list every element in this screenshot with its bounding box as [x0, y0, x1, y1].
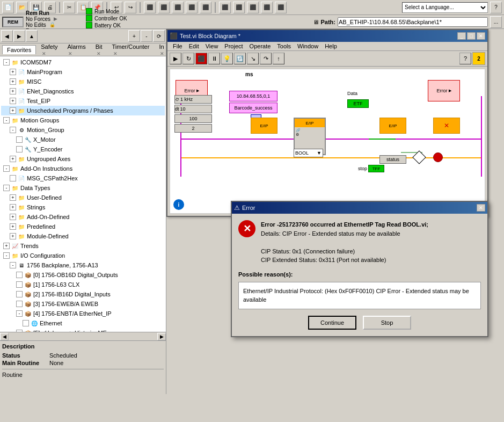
- list-item[interactable]: - 📦 [5] <Unknown> HistorianME: [1, 328, 165, 332]
- bool-dropdown[interactable]: BOOL ▼: [294, 149, 323, 157]
- expand-icon[interactable]: [10, 175, 16, 181]
- expand-icon[interactable]: -: [10, 127, 16, 133]
- list-item[interactable]: 📦 [2] 1756-IB16D Digital_Inputs: [1, 289, 165, 299]
- tb9[interactable]: ⬛: [261, 2, 273, 13]
- expand-icon[interactable]: [16, 272, 23, 278]
- refresh-btn[interactable]: ⟳: [153, 30, 165, 42]
- list-item[interactable]: + 📁 Module-Defined: [1, 231, 165, 241]
- list-item[interactable]: + 📄 ENet_Diagnostics: [1, 86, 165, 96]
- bd-canvas[interactable]: ms Error ▶ ⏱ 1 kHz dt 10 10: [170, 69, 485, 214]
- status-node[interactable]: status: [379, 155, 406, 164]
- expand-icon[interactable]: -: [3, 117, 10, 123]
- expand-icon[interactable]: +: [10, 204, 16, 210]
- tff-node[interactable]: TFF: [368, 165, 384, 172]
- list-item[interactable]: 📦 [0] 1756-OB16D Digital_Outputs: [1, 270, 165, 280]
- list-item[interactable]: 🔧 Y_Encoder: [1, 144, 165, 154]
- list-item[interactable]: - 📁 Add-On Instructions: [1, 164, 165, 173]
- path-input[interactable]: [338, 17, 488, 27]
- list-item[interactable]: + 📄 Test_EIP: [1, 96, 165, 106]
- menu-help[interactable]: Help: [322, 42, 340, 50]
- list-item[interactable]: + 📈 Trends: [1, 241, 165, 251]
- eip-right-node[interactable]: E/IP: [379, 118, 406, 134]
- list-item[interactable]: + 📁 Ungrouped Axes: [1, 154, 165, 164]
- expand-icon[interactable]: -: [16, 310, 23, 317]
- run-btn[interactable]: ▶: [170, 53, 181, 64]
- list-item[interactable]: - 📁 Motion Groups: [1, 115, 165, 125]
- expand-icon[interactable]: -: [3, 185, 10, 191]
- expand-icon[interactable]: -: [3, 165, 10, 172]
- expand-icon[interactable]: [16, 136, 23, 143]
- maximize-btn[interactable]: □: [467, 32, 476, 40]
- pause-btn[interactable]: ⏸: [208, 53, 220, 64]
- expand-icon[interactable]: +: [10, 78, 16, 85]
- expand-icon[interactable]: +: [10, 233, 16, 239]
- expand-icon[interactable]: +: [10, 88, 16, 94]
- khz-node[interactable]: ⏱ 1 kHz: [174, 95, 212, 104]
- run-continuously-btn[interactable]: ↻: [182, 53, 194, 64]
- list-item[interactable]: - 📁 Data Types: [1, 183, 165, 193]
- list-item[interactable]: - 📁 ICOM5DM7: [1, 57, 165, 67]
- step-over-btn[interactable]: ↷: [260, 53, 272, 64]
- list-item[interactable]: + 📁 Unscheduled Programs / Phases: [1, 106, 165, 115]
- list-item[interactable]: + 📁 Predefined: [1, 222, 165, 231]
- list-item[interactable]: - 🖥 1756 Backplane, 1756-A13: [1, 260, 165, 270]
- list-item[interactable]: 📦 [1] 1756-L63 CLX: [1, 280, 165, 289]
- menu-file[interactable]: File: [170, 42, 186, 50]
- tb6[interactable]: ⬛: [219, 2, 231, 13]
- close-btn[interactable]: ✕: [477, 32, 485, 40]
- expand-icon[interactable]: +: [10, 194, 16, 201]
- tb3[interactable]: ⬛: [172, 2, 184, 13]
- scroll-left-btn[interactable]: ◀: [0, 333, 9, 340]
- path-browse-btn[interactable]: ...: [490, 16, 502, 28]
- forward-btn[interactable]: ▶: [13, 30, 25, 42]
- language-select[interactable]: Select a Language...: [402, 2, 488, 13]
- tb2[interactable]: ⬛: [158, 2, 170, 13]
- expand-icon[interactable]: -: [3, 252, 10, 259]
- menu-operate[interactable]: Operate: [246, 42, 274, 50]
- fav-tab-timer[interactable]: Timer/Counter ✕: [107, 42, 155, 57]
- eip-far-right-node[interactable]: ✕: [433, 118, 460, 134]
- expand-icon[interactable]: -: [3, 59, 10, 66]
- expand-icon[interactable]: [16, 146, 23, 152]
- menu-project[interactable]: Project: [221, 42, 246, 50]
- help-context-btn[interactable]: ?: [459, 53, 471, 64]
- ip-address-node[interactable]: 10.84.68.55,0,1: [229, 91, 277, 101]
- highlight-btn[interactable]: 💡: [221, 53, 233, 64]
- stop-button[interactable]: Stop: [363, 316, 411, 330]
- stop-btn[interactable]: ⬛: [195, 53, 207, 64]
- stop-indicator[interactable]: [433, 152, 443, 162]
- expand-icon[interactable]: +: [3, 243, 10, 249]
- list-item[interactable]: 📄 MSG_CSPath2Hex: [1, 173, 165, 183]
- expand-icon[interactable]: [16, 291, 23, 297]
- retain-btn[interactable]: 🔃: [234, 53, 246, 64]
- new-btn[interactable]: 📄: [2, 2, 14, 13]
- tb10[interactable]: ⬛: [275, 2, 287, 13]
- menu-edit[interactable]: Edit: [186, 42, 202, 50]
- list-item[interactable]: - ⚙ Motion_Group: [1, 125, 165, 135]
- tb5[interactable]: ⬛: [200, 2, 211, 13]
- expand-icon[interactable]: -: [10, 262, 16, 268]
- etf-node[interactable]: ETF: [347, 99, 369, 108]
- tb8[interactable]: ⬛: [247, 2, 259, 13]
- back-btn[interactable]: ◀: [1, 30, 13, 42]
- list-item[interactable]: - 📁 I/O Configuration: [1, 251, 165, 260]
- tree-area[interactable]: - 📁 ICOM5DM7 + 📄 MainProgram + 📁 MISC + …: [0, 56, 166, 332]
- list-item[interactable]: + 📁 Add-On-Defined: [1, 212, 165, 222]
- input-2-node[interactable]: 2: [174, 124, 212, 133]
- expand-icon[interactable]: +: [10, 107, 16, 114]
- expand-icon[interactable]: +: [10, 69, 16, 75]
- tb1[interactable]: ⬛: [144, 2, 156, 13]
- info-icon[interactable]: i: [173, 199, 184, 210]
- fav-tab-in[interactable]: In ✕: [154, 42, 166, 57]
- input-100-node[interactable]: 100: [174, 114, 212, 123]
- up-btn[interactable]: ▲: [26, 30, 38, 42]
- list-item[interactable]: 🌐 Ethernet: [1, 318, 165, 328]
- expand-icon[interactable]: +: [10, 156, 16, 162]
- expand-icon[interactable]: +: [10, 223, 16, 230]
- expand-icon[interactable]: [16, 301, 23, 307]
- expand-icon[interactable]: [23, 320, 29, 326]
- collapse-btn[interactable]: -: [141, 30, 152, 42]
- tb4[interactable]: ⬛: [186, 2, 198, 13]
- fav-tab-safety[interactable]: Safety ✕: [36, 42, 62, 57]
- dt-node[interactable]: dt 10: [174, 105, 212, 113]
